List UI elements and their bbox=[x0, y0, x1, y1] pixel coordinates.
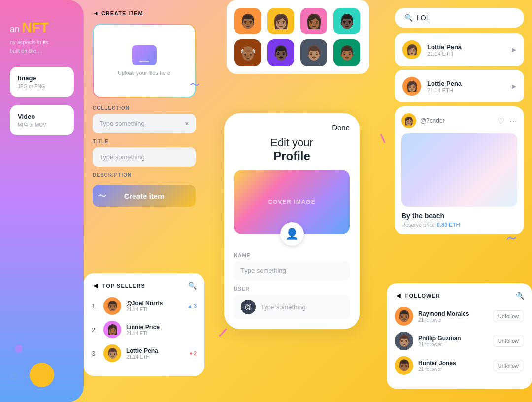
nft-description: ny aspects in its built on the.... bbox=[10, 38, 74, 55]
seller-name: @Joel Norris bbox=[126, 300, 183, 307]
profile-avatar-icon: 👤 bbox=[285, 228, 299, 240]
seller-avatar: 👩🏾 bbox=[103, 321, 121, 338]
seller-info: @Joel Norris 21.14 ETH bbox=[126, 300, 183, 312]
fp-search-icon[interactable]: 🔍 bbox=[516, 292, 524, 300]
nft-heart-icon[interactable]: ♡ bbox=[498, 116, 504, 126]
image-card[interactable]: Image JPG or PNG bbox=[10, 67, 74, 97]
avatar-item[interactable]: 👩🏾 bbox=[300, 8, 327, 34]
upload-box[interactable]: Upload your files here 〜 bbox=[93, 24, 196, 98]
nft-dots-icon[interactable]: ⋯ bbox=[509, 116, 517, 126]
unfollow-button[interactable]: Unfollow bbox=[493, 335, 524, 347]
ep-title-bold: Profile bbox=[234, 149, 350, 163]
folder-icon bbox=[132, 45, 157, 65]
seller-eth: 21.14 ETH bbox=[126, 331, 197, 336]
search-bar[interactable]: 🔍 LOL bbox=[395, 8, 524, 28]
title-input[interactable]: Type something bbox=[93, 147, 196, 167]
nft-card: 👩🏽 @7onder ♡ ⋯ By the beach Reserve pric… bbox=[395, 106, 524, 234]
nft-price-label: Reserve price bbox=[401, 222, 435, 228]
follower-info: Raymond Morales 21 follower bbox=[418, 310, 488, 323]
fp-title: FOLLOWER bbox=[405, 293, 440, 299]
search-icon: 🔍 bbox=[404, 14, 413, 22]
ep-user-row[interactable]: @ Type something bbox=[234, 295, 350, 319]
result-arrow-icon: ▶ bbox=[512, 83, 516, 90]
seller-name: Linnie Price bbox=[126, 324, 197, 331]
ep-title-light: Edit your bbox=[234, 136, 350, 149]
avatar-item[interactable]: 👴🏾 bbox=[234, 39, 261, 66]
follower-row: 👨🏾 Hunter Jones 21 follower Unfollow bbox=[395, 356, 524, 375]
follower-count: 21 follower bbox=[418, 342, 488, 347]
nft-actions: ♡ ⋯ bbox=[498, 116, 517, 126]
nft-prefix: an bbox=[10, 24, 20, 34]
result-avatar: 👩🏽 bbox=[402, 77, 421, 96]
collection-label: COLLECTION bbox=[93, 105, 196, 111]
seller-badge: ♥ 2 bbox=[190, 351, 197, 356]
avatar-item[interactable]: 👨🏽 bbox=[300, 39, 327, 66]
follower-panel: ◄ FOLLOWER 🔍 👨🏾 Raymond Morales 21 follo… bbox=[387, 283, 532, 389]
ep-user-at-icon: @ bbox=[241, 300, 256, 314]
avatar-grid: 👨🏾 👩🏽 👩🏾 👨🏿 👴🏾 👨🏿 👨🏽 👨🏾 bbox=[234, 8, 362, 66]
ts-search-icon[interactable]: 🔍 bbox=[188, 282, 197, 290]
avatar-item[interactable]: 👨🏾 bbox=[234, 8, 261, 34]
nft-username: @7onder bbox=[420, 117, 445, 124]
create-header-icon: ◄ bbox=[93, 10, 99, 17]
top-sellers-panel: ◄ TOP SELLERS 🔍 1 👨🏾 @Joel Norris 21.14 … bbox=[84, 273, 204, 376]
nft-card-header: 👩🏽 @7onder ♡ ⋯ bbox=[401, 113, 517, 128]
follower-name: Raymond Morales bbox=[418, 310, 488, 317]
unfollow-button[interactable]: Unfollow bbox=[493, 360, 524, 371]
avatar-item[interactable]: 👨🏿 bbox=[267, 39, 294, 66]
heart-icon[interactable]: ♡ bbox=[10, 373, 17, 382]
collection-dropdown[interactable]: Type something ▾ bbox=[93, 114, 196, 133]
nft-name: By the beach bbox=[401, 212, 517, 220]
image-label: Image bbox=[18, 74, 66, 82]
result-info: Lottie Pena 21.14 ETH bbox=[427, 43, 506, 57]
seller-row: 2 👩🏾 Linnie Price 21.14 ETH bbox=[92, 321, 197, 338]
seller-info: Lottie Pena 21.14 ETH bbox=[126, 347, 185, 360]
create-button[interactable]: 〜 Create item bbox=[93, 185, 196, 207]
upload-label: Upload your files here bbox=[118, 70, 170, 76]
avatar-item[interactable]: 👨🏿 bbox=[333, 8, 360, 34]
follower-info: Hunter Jones 21 follower bbox=[418, 360, 488, 372]
ts-header-icon: ◄ bbox=[92, 281, 100, 290]
wave-decoration: 〜 bbox=[190, 78, 200, 92]
avatar-item[interactable]: 👨🏾 bbox=[333, 39, 360, 66]
ep-user-label: USER bbox=[234, 286, 350, 292]
pink-arrow-decoration: / bbox=[217, 325, 229, 341]
user-result-card[interactable]: 👩🏽 Lottie Pena 21.14 ETH ▶ bbox=[395, 34, 524, 66]
cover-image-label: COVER IMAGE bbox=[268, 199, 315, 205]
right-panel: 🔍 LOL 👩🏽 Lottie Pena 21.14 ETH ▶ 👩🏽 Lott… bbox=[387, 0, 532, 248]
seller-eth: 21.14 ETH bbox=[126, 307, 183, 312]
unfollow-button[interactable]: Unfollow bbox=[493, 310, 524, 322]
ep-name-input[interactable]: Type something bbox=[234, 261, 350, 280]
image-format: JPG or PNG bbox=[18, 84, 66, 89]
fp-header: ◄ FOLLOWER 🔍 bbox=[395, 291, 524, 300]
avatar-item[interactable]: 👩🏽 bbox=[267, 8, 294, 34]
nft-title: NFT bbox=[22, 20, 48, 35]
upload-box-inner: Upload your files here 〜 bbox=[94, 25, 195, 97]
left-panel: an NFT ny aspects in its built on the...… bbox=[0, 0, 84, 402]
user-result-card[interactable]: 👩🏽 Lottie Pena 21.14 ETH ▶ bbox=[395, 70, 524, 102]
nft-image bbox=[401, 133, 517, 207]
seller-info: Linnie Price 21.14 ETH bbox=[126, 324, 197, 336]
ep-header: Done bbox=[234, 123, 350, 132]
follower-avatar: 👨🏾 bbox=[395, 356, 413, 375]
result-name: Lottie Pena bbox=[427, 80, 506, 87]
seller-badge: ▲ 3 bbox=[188, 303, 197, 309]
result-arrow-icon: ▶ bbox=[512, 46, 516, 53]
create-title: CREATE ITEM bbox=[101, 10, 143, 16]
sellers-list: 1 👨🏾 @Joel Norris 21.14 ETH ▲ 3 2 👩🏾 Lin… bbox=[92, 297, 197, 362]
blob-yellow bbox=[30, 363, 54, 387]
video-card[interactable]: Video MP4 or MOV bbox=[10, 105, 74, 135]
follower-name: Hunter Jones bbox=[418, 360, 488, 367]
nft-user-avatar: 👩🏽 bbox=[401, 113, 416, 128]
description-label: DESCRIPTION bbox=[93, 172, 196, 178]
seller-avatar: 👨🏽 bbox=[103, 344, 121, 362]
seller-rank: 3 bbox=[92, 350, 99, 357]
profile-avatar[interactable]: 👤 bbox=[280, 222, 304, 246]
seller-rank: 2 bbox=[92, 326, 99, 334]
result-avatar: 👩🏽 bbox=[402, 40, 421, 59]
seller-eth: 21.14 ETH bbox=[126, 354, 185, 360]
seller-rank: 1 bbox=[92, 302, 99, 310]
follower-row: 👨🏽 Phillip Guzman 21 follower Unfollow bbox=[395, 332, 524, 350]
done-button[interactable]: Done bbox=[332, 123, 350, 132]
result-eth: 21.14 ETH bbox=[427, 87, 506, 93]
